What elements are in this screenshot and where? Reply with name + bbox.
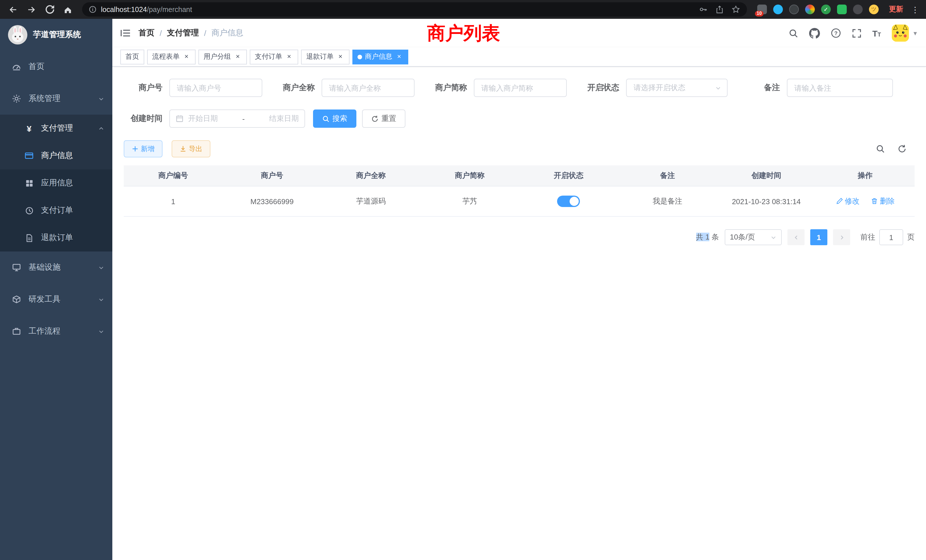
navbar: 首页 / 支付管理 / 商户信息 商户列表 ? TT ▼ bbox=[112, 19, 926, 47]
sidebar-item-infra[interactable]: 基础设施 bbox=[0, 251, 112, 283]
extension-icon-3[interactable] bbox=[789, 5, 799, 14]
tab-refund-orders[interactable]: 退款订单 × bbox=[301, 49, 350, 64]
merchant-name-input[interactable] bbox=[322, 79, 415, 97]
search-button[interactable]: 搜索 bbox=[313, 109, 356, 128]
sidebar-item-system[interactable]: 系统管理 bbox=[0, 83, 112, 115]
extension-badge: 10 bbox=[755, 11, 764, 17]
tab-home[interactable]: 首页 bbox=[120, 49, 144, 64]
tab-process-form[interactable]: 流程表单 × bbox=[147, 49, 195, 64]
goto-page: 前往 页 bbox=[861, 229, 915, 245]
filter-status: 开启状态 请选择开启状态 bbox=[581, 79, 728, 97]
merchant-table: 商户编号 商户号 商户全称 商户简称 开启状态 备注 创建时间 操作 1 M23… bbox=[124, 165, 915, 217]
pencil-icon bbox=[836, 198, 843, 205]
extension-icon-7[interactable] bbox=[853, 5, 863, 14]
add-button[interactable]: 新增 bbox=[124, 140, 162, 157]
next-page-button[interactable] bbox=[833, 229, 850, 245]
edit-link[interactable]: 修改 bbox=[836, 196, 859, 206]
chevron-down-icon bbox=[98, 296, 104, 303]
delete-link[interactable]: 删除 bbox=[871, 196, 895, 206]
grid-icon bbox=[24, 179, 34, 187]
close-icon[interactable]: × bbox=[285, 53, 293, 61]
extension-icon-2[interactable] bbox=[773, 5, 783, 14]
sidebar-item-label: 系统管理 bbox=[29, 94, 61, 104]
browser-forward-button[interactable] bbox=[24, 2, 39, 17]
status-toggle[interactable] bbox=[557, 195, 580, 207]
share-icon[interactable] bbox=[716, 5, 723, 14]
breadcrumb-home[interactable]: 首页 bbox=[139, 28, 154, 38]
reset-button[interactable]: 重置 bbox=[362, 109, 406, 128]
sidebar-item-home[interactable]: 首页 bbox=[0, 51, 112, 83]
sidebar-item-refund-orders[interactable]: 退款订单 bbox=[0, 224, 112, 251]
calendar-icon bbox=[176, 115, 184, 123]
refresh-icon bbox=[371, 115, 378, 122]
search-icon[interactable] bbox=[788, 28, 798, 38]
status-select[interactable]: 请选择开启状态 bbox=[626, 79, 728, 97]
sidebar-item-label: 商户信息 bbox=[41, 151, 73, 161]
forward-arrow-icon bbox=[27, 5, 36, 14]
browser-menu-button[interactable]: ⋮ bbox=[910, 5, 920, 14]
close-icon[interactable]: × bbox=[234, 53, 242, 61]
extension-icon-4[interactable] bbox=[805, 5, 815, 14]
sidebar-item-payment[interactable]: ¥ 支付管理 bbox=[0, 115, 112, 142]
sidebar-item-app-info[interactable]: 应用信息 bbox=[0, 170, 112, 197]
breadcrumb-payment[interactable]: 支付管理 bbox=[167, 28, 199, 38]
chevron-down-icon bbox=[98, 95, 104, 102]
tab-payment-orders[interactable]: 支付订单 × bbox=[250, 49, 298, 64]
goto-page-input[interactable] bbox=[879, 229, 903, 245]
github-icon[interactable] bbox=[809, 28, 820, 38]
browser-back-button[interactable] bbox=[6, 2, 21, 17]
tab-label: 流程表单 bbox=[152, 52, 180, 62]
prev-page-button[interactable] bbox=[787, 229, 805, 245]
cell-merchant-id: 1 bbox=[124, 186, 222, 216]
tab-merchant-info[interactable]: 商户信息 × bbox=[353, 49, 408, 64]
tab-user-group[interactable]: 用户分组 × bbox=[198, 49, 247, 64]
merchant-short-name-input[interactable] bbox=[474, 79, 567, 97]
close-icon[interactable]: × bbox=[336, 53, 344, 61]
breadcrumb: 首页 / 支付管理 / 商户信息 bbox=[139, 28, 244, 38]
user-menu[interactable]: ▼ bbox=[892, 24, 918, 42]
font-size-icon[interactable]: TT bbox=[872, 29, 881, 37]
fullscreen-icon[interactable] bbox=[852, 28, 862, 38]
table-header-row: 商户编号 商户号 商户全称 商户简称 开启状态 备注 创建时间 操作 bbox=[124, 165, 915, 186]
help-icon[interactable]: ? bbox=[831, 28, 841, 38]
password-key-icon[interactable] bbox=[699, 5, 708, 14]
sidebar-item-dev-tools[interactable]: 研发工具 bbox=[0, 283, 112, 315]
browser-reload-button[interactable] bbox=[42, 2, 57, 17]
extension-icon-5[interactable]: ✓ bbox=[821, 5, 831, 14]
col-create-time: 创建时间 bbox=[717, 165, 816, 186]
sidebar-item-label: 基础设施 bbox=[29, 262, 61, 272]
chrome-update-button[interactable]: 更新 bbox=[885, 3, 906, 16]
extension-icon-8[interactable]: ツ bbox=[869, 5, 879, 14]
remark-input[interactable] bbox=[787, 79, 893, 97]
close-icon[interactable]: × bbox=[395, 53, 403, 61]
sidebar-item-merchant-info[interactable]: 商户信息 bbox=[0, 142, 112, 170]
sidebar: 芋道管理系统 首页 系统管理 ¥ 支付管理 bbox=[0, 19, 112, 560]
sidebar-item-label: 应用信息 bbox=[41, 178, 73, 188]
goto-label: 前往 bbox=[861, 232, 875, 242]
page-size-select[interactable]: 10条/页 bbox=[725, 229, 782, 245]
close-icon[interactable]: × bbox=[183, 53, 191, 61]
table-right-tools bbox=[876, 144, 915, 153]
bookmark-star-icon[interactable] bbox=[732, 5, 740, 14]
address-bar[interactable]: localhost:1024/pay/merchant bbox=[82, 2, 747, 17]
col-merchant-id: 商户编号 bbox=[124, 165, 222, 186]
extension-icon-6[interactable] bbox=[837, 5, 847, 14]
sidebar-item-label: 支付管理 bbox=[41, 123, 73, 133]
export-button[interactable]: 导出 bbox=[172, 140, 210, 157]
gear-icon bbox=[11, 94, 22, 103]
date-range-picker[interactable]: 开始日期 - 结束日期 bbox=[169, 109, 305, 128]
sidebar-item-workflow[interactable]: 工作流程 bbox=[0, 315, 112, 347]
page-number-button[interactable]: 1 bbox=[810, 229, 828, 245]
chevron-down-icon bbox=[98, 264, 104, 271]
browser-home-button[interactable] bbox=[61, 2, 75, 17]
sidebar-item-payment-orders[interactable]: 支付订单 bbox=[0, 197, 112, 224]
refresh-table-icon[interactable] bbox=[897, 144, 906, 153]
toggle-search-icon[interactable] bbox=[876, 144, 885, 153]
sidebar-fold-icon[interactable] bbox=[120, 29, 130, 38]
extension-icon-1[interactable]: 10 bbox=[757, 5, 767, 14]
filter-merchant-short-name: 商户简称 bbox=[428, 79, 567, 97]
browser-toolbar: localhost:1024/pay/merchant 10 ✓ ツ 更新 ⋮ bbox=[0, 0, 926, 19]
merchant-no-input[interactable] bbox=[169, 79, 262, 97]
col-merchant-name: 商户全称 bbox=[322, 165, 421, 186]
sidebar-group-payment: ¥ 支付管理 商户信息 应用信息 bbox=[0, 115, 112, 251]
